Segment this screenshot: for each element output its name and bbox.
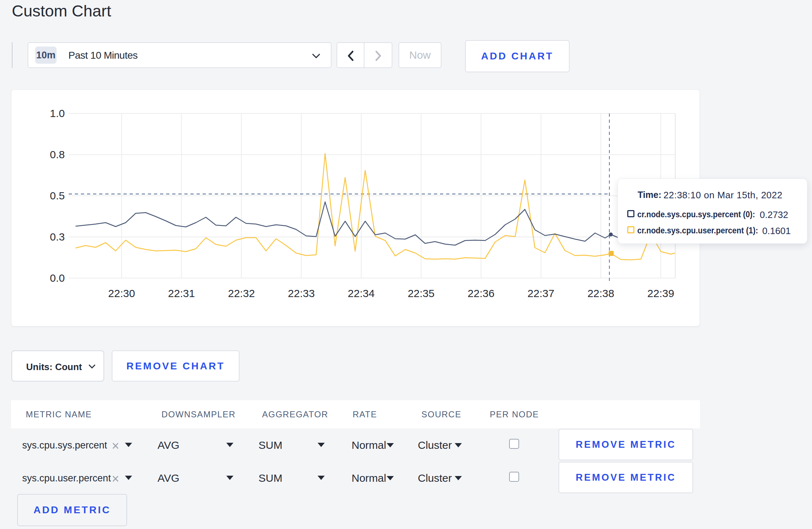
svg-text:0.5: 0.5: [50, 190, 65, 202]
svg-text:22:32: 22:32: [228, 287, 255, 299]
svg-text:22:31: 22:31: [168, 287, 195, 299]
svg-text:0.8: 0.8: [50, 149, 65, 160]
svg-text:22:34: 22:34: [348, 287, 374, 299]
svg-text:22:39: 22:39: [647, 287, 674, 299]
svg-text:22:33: 22:33: [288, 287, 315, 299]
svg-text:1.0: 1.0: [50, 107, 65, 119]
svg-text:22:35: 22:35: [408, 287, 435, 299]
svg-text:0.3: 0.3: [50, 231, 65, 243]
svg-text:0.0: 0.0: [50, 272, 65, 284]
svg-text:22:37: 22:37: [527, 287, 554, 299]
svg-text:22:30: 22:30: [108, 287, 135, 299]
svg-text:22:38: 22:38: [588, 287, 614, 299]
svg-text:22:36: 22:36: [468, 287, 494, 299]
